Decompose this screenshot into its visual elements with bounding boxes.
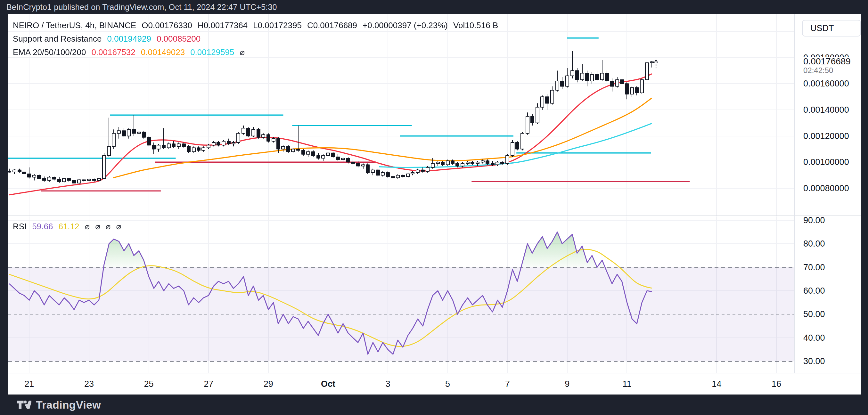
currency-toggle-label: USDT [810, 23, 834, 33]
legend-item: 61.12 [58, 222, 79, 231]
legend-item: 0.00167532 [91, 47, 135, 57]
legend-item: NEIRO / TetherUS, 4h, BINANCE [13, 21, 136, 30]
rsi-tick: 90.00 [803, 216, 825, 225]
time-tick: Oct [321, 379, 335, 389]
legend-item: Support and Resistance [13, 34, 102, 44]
price-tick: 0.00160000 [803, 79, 849, 89]
bottom-bar: TradingView [0, 394, 868, 415]
legend-item: ⌀ [240, 47, 245, 57]
top-bar-text: BeInCrypto1 published on TradingView.com… [6, 3, 277, 12]
last-price-label: 0.00176689 02:42:50 [798, 57, 861, 74]
rsi-legend: RSI59.6661.12⌀⌀⌀⌀ [13, 222, 126, 235]
tradingview-brand[interactable]: TradingView [36, 399, 101, 411]
legend-item: 0.00129595 [190, 47, 234, 57]
currency-toggle-button[interactable]: USDT [802, 20, 861, 36]
legend-item: ⌀ [85, 222, 90, 231]
bar-countdown: 02:42:50 [803, 66, 861, 74]
legend-rsi-row[interactable]: RSI59.6661.12⌀⌀⌀⌀ [13, 222, 126, 235]
legend-item: RSI [13, 222, 27, 231]
time-tick: 21 [24, 379, 34, 389]
time-tick: 3 [385, 379, 390, 389]
rsi-tick: 80.00 [803, 239, 825, 249]
rsi-tick: 30.00 [803, 356, 825, 366]
legend-symbol-row[interactable]: NEIRO / TetherUS, 4h, BINANCEO0.00176330… [13, 21, 503, 34]
legend-item: ⌀ [106, 222, 111, 231]
pane-divider[interactable] [8, 216, 861, 216]
legend-item: C0.00176689 [307, 21, 357, 30]
rsi-axis-divider [8, 373, 861, 373]
legend-item: ⌀ [116, 222, 121, 231]
time-tick: 29 [264, 379, 273, 389]
price-axis-separator [794, 14, 795, 373]
rsi-tick: 60.00 [803, 286, 825, 296]
legend-ema-row[interactable]: EMA 20/50/100/2000.001675320.001490230.0… [13, 47, 503, 61]
time-tick: 16 [772, 379, 781, 389]
price-tick: 0.00120000 [803, 131, 849, 141]
time-tick: 25 [144, 379, 154, 389]
legend-item: +0.00000397 (+0.23%) [363, 21, 448, 30]
rsi-chart-canvas[interactable] [8, 217, 794, 373]
legend-item: 59.66 [32, 222, 53, 231]
right-rail [861, 14, 868, 394]
legend-support-resistance-row[interactable]: Support and Resistance0.001949290.000852… [13, 34, 503, 47]
time-tick: 7 [505, 379, 510, 389]
left-rail [0, 14, 8, 394]
price-tick: 0.00080000 [803, 184, 849, 193]
time-tick: 23 [84, 379, 94, 389]
legend-item: EMA 20/50/100/200 [13, 47, 86, 57]
legend-item: 0.00149023 [141, 47, 185, 57]
legend-item: L0.00172395 [253, 21, 302, 30]
legend-item: O0.00176330 [142, 21, 192, 30]
legend-item: H0.00177364 [197, 21, 248, 30]
legend-item: 0.00194929 [107, 34, 151, 44]
rsi-tick: 70.00 [803, 263, 825, 273]
rsi-tick: 40.00 [803, 333, 825, 343]
time-tick: 5 [445, 379, 450, 389]
price-tick: 0.00140000 [803, 105, 849, 115]
main-legend: NEIRO / TetherUS, 4h, BINANCEO0.00176330… [13, 21, 503, 61]
tradingview-logo-icon[interactable] [17, 398, 31, 411]
legend-item: Vol10.516 B [453, 21, 498, 30]
legend-item: ⌀ [95, 222, 100, 231]
rsi-tick: 50.00 [803, 309, 825, 319]
top-bar: BeInCrypto1 published on TradingView.com… [0, 0, 868, 14]
time-tick: 11 [622, 379, 631, 389]
price-tick: 0.00100000 [803, 157, 849, 167]
last-price-value: 0.00176689 [803, 57, 861, 66]
time-tick: 27 [204, 379, 213, 389]
time-tick: 9 [565, 379, 569, 389]
time-tick: 14 [712, 379, 721, 389]
legend-item: 0.00085200 [157, 34, 200, 44]
